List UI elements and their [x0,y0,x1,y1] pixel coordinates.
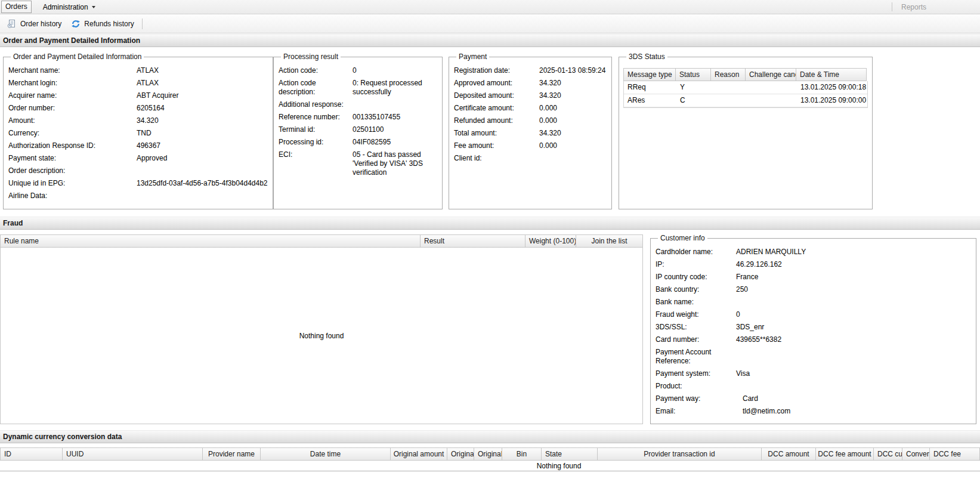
field-value: 04IF082595 [353,138,437,147]
column-header-state: State [542,447,598,461]
column-header-dcc-fee-amount: DCC fee amount [816,447,874,461]
field-label: Fraud weight: [656,310,736,319]
field-value: Visa [736,369,750,378]
field-row: Client id: [454,154,607,163]
field-row: Payment way:Card [656,394,971,403]
field-row: Action code:0 [279,66,437,75]
field-row: Refunded amount:0.000 [454,116,607,125]
field-row: Airline Data: [8,192,268,200]
field-row: Cardholder name:ADRIEN MARQUILLY [656,248,971,257]
order-info-legend: Order and Payment Detailed Information [11,53,144,61]
refunds-history-button[interactable]: Refunds history [66,17,138,31]
column-header-dcc-amount: DCC amount [762,447,816,461]
field-row: ECI:05 - Card has passed 'Verified by VI… [279,150,437,177]
field-row: Fraud weight:0 [656,310,971,319]
field-value: Card [736,394,758,403]
column-header-uuid: UUID [63,447,203,461]
field-row: Merchant name:ATLAX [8,66,268,75]
field-row: Currency:TND [8,129,268,138]
field-label: Product: [656,382,736,391]
menubar: Orders Administration Reports [0,0,980,14]
table-cell [746,94,797,107]
field-row: Email:tld@netim.com [656,407,971,416]
field-value: 3DS_enr [736,323,764,332]
fraud-table-header: Rule nameResultWeight (0-100)Join the li… [0,234,643,248]
field-row: Reference number:001335107455 [279,113,437,122]
field-label: Amount: [8,116,137,125]
field-row: Additional response: [279,100,437,109]
field-label: Additional response: [279,100,353,109]
table-row: RReqY13.01.2025 09:00:18 [624,81,867,94]
field-label: Payment way: [656,394,736,403]
field-label: Payment system: [656,369,736,378]
field-row: Terminal id:02501100 [279,125,437,134]
field-label: Client id: [454,154,539,163]
column-header-dcc-fee: DCC fee [930,447,980,461]
field-label: Bank name: [656,298,736,307]
field-value [353,100,437,109]
field-value: France [736,273,758,282]
field-label: Merchant name: [8,66,137,75]
menu-reports[interactable]: Reports [901,3,926,11]
column-header-conversi: Conversi [902,447,930,461]
table-cell [746,81,797,94]
order-history-button[interactable]: Order history [2,17,66,31]
field-label: Order description: [8,166,137,175]
field-value: 0.000 [539,104,557,113]
field-value: 34.320 [137,116,159,125]
field-value: tld@netim.com [736,407,790,416]
field-value: 0.000 [539,141,557,150]
field-row: Deposited amount:34.320 [454,91,607,100]
field-label: Fee amount: [454,141,539,150]
field-row: Bank country:250 [656,285,971,294]
field-row: Order description: [8,166,268,175]
field-value: ATLAX [137,66,159,75]
field-label: Payment Account Reference: [656,348,736,366]
column-header-date-time: Date & Time [796,68,867,81]
column-header-original-f: Original f [447,447,474,461]
menu-administration-label: Administration [43,3,88,11]
field-value: 34.320 [539,79,561,88]
field-label: Bank country: [656,285,736,294]
chevron-down-icon [92,6,95,8]
field-label: Airline Data: [8,192,137,200]
field-label: Deposited amount: [454,91,539,100]
column-header-original-amount: Original amount [391,447,447,461]
field-row: Payment system:Visa [656,369,971,378]
column-header-rule-name: Rule name [0,234,421,248]
column-header-original-c: Original c [474,447,502,461]
field-label: Payment state: [8,154,137,163]
field-label: Registration date: [454,66,539,75]
threeds-status-legend: 3DS Status [626,53,667,61]
column-header-result: Result [421,234,525,248]
field-value: 0.000 [539,116,557,125]
table-row: AResC13.01.2025 09:00:00 [624,94,867,107]
field-label: Certificate amount: [454,104,539,113]
tab-orders[interactable]: Orders [1,1,32,13]
field-row: Approved amount:34.320 [454,79,607,88]
field-value: 6205164 [137,104,165,113]
table-cell [712,81,746,94]
field-label: Currency: [8,129,137,138]
threeds-status-groupbox: 3DS Status Message typeStatusReasonChall… [619,53,873,209]
table-cell: 13.01.2025 09:00:18 [797,81,867,94]
table-cell [712,94,746,107]
field-row: Fee amount:0.000 [454,141,607,150]
order-info-groupbox: Order and Payment Detailed Information M… [3,53,273,209]
field-label: Order number: [8,104,137,113]
table-cell: RReq [624,81,676,94]
customer-info-legend: Customer info [658,234,707,242]
field-row: Processing id:04IF082595 [279,138,437,147]
field-row: Registration date:2025-01-13 08:59:24 [454,66,607,75]
payment-groupbox: Payment Registration date:2025-01-13 08:… [449,53,612,209]
field-value: 05 - Card has passed 'Verified by VISA' … [353,150,437,177]
menu-administration[interactable]: Administration [39,1,99,13]
order-history-icon [7,19,17,29]
column-header-provider-transaction-id: Provider transaction id [598,447,762,461]
field-value: 02501100 [353,125,437,134]
table-cell: ARes [624,94,676,107]
field-label: Email: [656,407,736,416]
field-row: Product: [656,382,971,391]
fraud-table-empty: Nothing found [0,248,643,424]
menubar-right: Reports [892,2,980,11]
